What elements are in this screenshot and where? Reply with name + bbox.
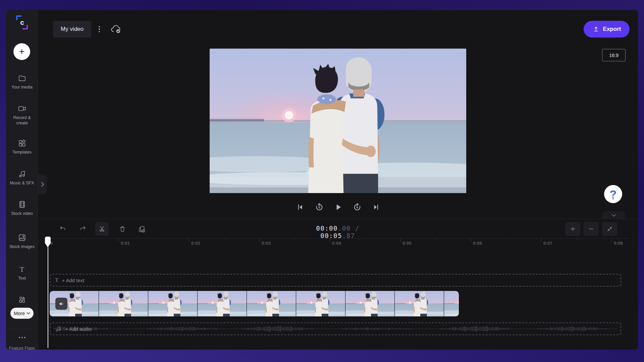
playhead-line: [48, 245, 49, 348]
audio-waveform: [54, 323, 617, 335]
video-thumbnail: [198, 291, 247, 316]
delete-button[interactable]: [116, 222, 129, 236]
chevron-down-icon: [26, 312, 30, 314]
ruler-tick: [400, 238, 400, 242]
ruler-minor-tick: [83, 238, 84, 241]
sidebar-item-templates[interactable]: Templates: [6, 139, 38, 155]
redo-button[interactable]: [76, 222, 90, 236]
aspect-ratio-badge[interactable]: 16:9: [602, 49, 626, 61]
duplicate-button[interactable]: [135, 222, 148, 236]
collapse-panel-button[interactable]: [602, 211, 626, 219]
camera-icon: [18, 104, 26, 113]
add-audio-track[interactable]: + Add audio: [50, 322, 621, 335]
panel-expand-button[interactable]: [38, 174, 47, 194]
ruler-minor-tick: [435, 238, 436, 241]
logo-bracket-purple: [22, 25, 28, 29]
music-icon: [18, 170, 26, 178]
folder-icon: [18, 74, 26, 82]
ruler-tick-label: 0:08: [614, 241, 623, 246]
video-thumbnail: [444, 291, 459, 316]
timeline-divider: [38, 219, 638, 219]
video-preview[interactable]: [210, 49, 466, 193]
forward-5-button[interactable]: 5: [352, 201, 363, 213]
sidebar-item-record-create[interactable]: Record & create: [6, 104, 38, 126]
sidebar-item-stock-video[interactable]: Stock video: [6, 200, 38, 217]
filmstrip-icon: [18, 200, 26, 209]
export-button[interactable]: Export: [584, 21, 630, 38]
video-thumbnail: [395, 291, 444, 316]
timecode-current: 00:00: [316, 225, 338, 232]
text-track-icon: T: [55, 277, 58, 284]
add-audio-label: + Add audio: [65, 326, 92, 332]
sidebar-item-your-media[interactable]: Your media: [6, 74, 38, 90]
chevron-right-icon: [41, 182, 44, 187]
feature-flags-label[interactable]: Feature Flags: [6, 346, 38, 350]
video-thumbnail: [345, 291, 395, 316]
sidebar-item-text[interactable]: T Text: [6, 265, 38, 281]
image-icon: [18, 233, 26, 242]
timecode-display: 00:00.00 / 00:05.87: [304, 225, 371, 239]
ruler-tick-label: 0:07: [543, 241, 552, 246]
sidebar-item-label: Stock video: [7, 211, 37, 217]
video-thumbnail: [148, 291, 198, 316]
ruler-tick: [330, 238, 330, 242]
svg-text:5: 5: [318, 205, 320, 209]
playback-controls: 5 5: [294, 201, 382, 213]
timeline-zoom-out-button[interactable]: [583, 222, 599, 236]
app-window: c + Your media Record & create Templates…: [6, 10, 638, 350]
video-thumbnail: [247, 291, 296, 316]
skip-to-start-button[interactable]: [294, 201, 306, 213]
ruler-tick: [118, 238, 119, 242]
video-clip[interactable]: [50, 291, 459, 316]
sidebar-item-music-sfx[interactable]: Music & SFX: [6, 170, 38, 186]
video-thumbnail: [296, 291, 345, 316]
ruler-tick: [189, 238, 189, 242]
undo-button[interactable]: [56, 222, 69, 236]
preview-frame: [210, 49, 466, 193]
timeline-zoom-in-button[interactable]: [565, 222, 581, 236]
ruler-minor-tick: [506, 238, 506, 241]
svg-text:5: 5: [356, 205, 358, 209]
sidebar-item-label: Music & SFX: [7, 181, 37, 186]
audio-track-icon: [55, 325, 62, 332]
add-text-track[interactable]: T + Add text: [50, 274, 621, 287]
cloud-sync-status-icon[interactable]: [110, 24, 121, 34]
video-thumbnail: [99, 291, 148, 316]
sidebar-item-label: Templates: [7, 150, 37, 155]
ruler-minor-tick: [294, 238, 295, 241]
speaker-icon: [58, 301, 65, 307]
sidebar-item-stock-images[interactable]: Stock images: [6, 233, 38, 250]
rewind-5-button[interactable]: 5: [314, 201, 325, 213]
chevron-down-icon: [611, 214, 616, 217]
ruler-minor-tick: [576, 238, 577, 241]
sidebar: c + Your media Record & create Templates…: [6, 10, 38, 350]
more-button[interactable]: More: [10, 308, 34, 319]
sidebar-item-more-shapes[interactable]: [6, 295, 38, 304]
ruler-tick-label: 0:05: [402, 241, 412, 246]
ruler-tick-label: 0:06: [473, 241, 482, 246]
sidebar-divider: [9, 329, 35, 329]
project-menu-button[interactable]: [96, 23, 103, 35]
project-title-input[interactable]: My video: [53, 21, 91, 38]
ruler-tick: [541, 238, 541, 242]
ruler-tick-label: 0: [50, 241, 53, 246]
help-button[interactable]: ?: [604, 185, 622, 203]
ruler-tick-label: 0:01: [121, 241, 130, 246]
shapes-icon: [18, 295, 26, 304]
sidebar-item-label: Record & create: [7, 115, 37, 126]
playhead-handle[interactable]: [45, 237, 51, 247]
timeline-fit-button[interactable]: [602, 222, 618, 236]
ruler-tick-label: 0:02: [191, 241, 200, 246]
ruler-tick: [259, 238, 260, 242]
split-button[interactable]: [95, 222, 109, 236]
clipchamp-logo[interactable]: c: [16, 15, 28, 30]
question-mark-icon: ?: [610, 188, 617, 200]
play-button[interactable]: [332, 201, 344, 213]
ruler-tick: [471, 238, 471, 242]
clip-audio-button[interactable]: [55, 298, 67, 310]
sidebar-item-label: Your media: [7, 85, 37, 90]
skip-to-end-button[interactable]: [370, 201, 382, 213]
add-media-button[interactable]: +: [13, 43, 30, 60]
sidebar-overflow-button[interactable]: [6, 337, 38, 338]
ruler-tick-label: 0:03: [262, 241, 271, 246]
